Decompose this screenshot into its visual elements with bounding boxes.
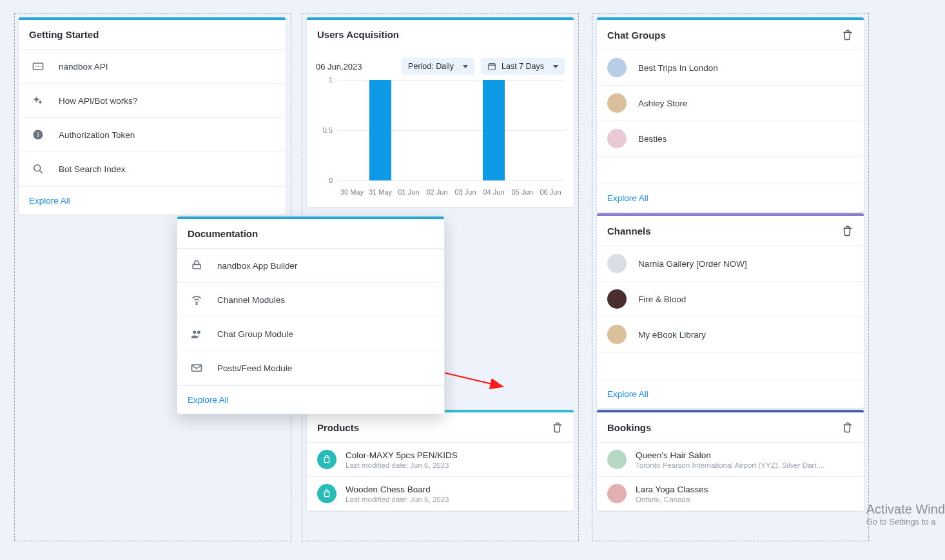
- documentation-explore-all[interactable]: Explore All: [177, 385, 444, 414]
- card-header-products: Products: [307, 410, 574, 443]
- booking-item[interactable]: Lara Yoga Classes Ontario, Canada: [597, 477, 864, 511]
- list-label: My eBook Library: [638, 330, 706, 340]
- svg-point-8: [196, 304, 197, 305]
- card-title: Getting Started: [29, 29, 99, 40]
- card-accent: [597, 410, 864, 412]
- channel-item[interactable]: Fire & Blood: [597, 282, 864, 317]
- card-getting-started: Getting Started nandbox API How API/Bot …: [18, 17, 286, 215]
- search-icon: [29, 160, 47, 178]
- card-title: Chat Groups: [607, 30, 666, 41]
- wifi-icon: [188, 291, 206, 309]
- chat-group-item[interactable]: Besties: [597, 121, 864, 157]
- calendar-icon: [487, 62, 496, 71]
- card-header-channels: Channels: [597, 213, 864, 246]
- card-bookings: Bookings Queen's Hair Salon Toronto Pear…: [596, 409, 864, 512]
- list-label: Narnia Gallery [Order NOW]: [638, 259, 747, 269]
- bar-chart: 1 0.5 0 30 May31 May01 Jun02 Jun03 Jun04…: [316, 80, 565, 196]
- booking-title: Queen's Hair Salon: [636, 450, 824, 460]
- trash-icon[interactable]: [842, 225, 853, 237]
- card-title: Users Acquisition: [317, 29, 399, 40]
- doc-item-chat-group[interactable]: Chat Group Module: [177, 317, 444, 351]
- windows-activation-watermark: Activate Wind Go to Settings to a: [866, 502, 945, 526]
- getting-started-item-how[interactable]: How API/Bot works?: [19, 84, 286, 118]
- list-label: Posts/Feed Module: [217, 363, 292, 373]
- list-label: Authorization Token: [59, 130, 135, 140]
- getting-started-item-api[interactable]: nandbox API: [19, 50, 286, 84]
- card-header-chat-groups: Chat Groups: [597, 17, 864, 50]
- channel-item[interactable]: Narnia Gallery [Order NOW]: [597, 246, 864, 282]
- people-icon: [188, 325, 206, 343]
- svg-point-9: [193, 331, 196, 334]
- trash-icon[interactable]: [842, 29, 853, 41]
- y-tick: 0.5: [323, 126, 333, 134]
- chart-date-label: 06 Jun,2023: [316, 62, 362, 72]
- y-axis: 1 0.5 0: [316, 80, 335, 180]
- list-label: Besties: [638, 134, 667, 144]
- product-subtitle: Last modified date: Jun 6, 2023: [346, 461, 458, 469]
- x-tick: 04 Jun: [480, 188, 508, 196]
- card-accent: [597, 17, 864, 20]
- getting-started-item-search[interactable]: Bot Search Index: [19, 152, 286, 186]
- trash-icon[interactable]: [552, 421, 563, 433]
- doc-item-channel[interactable]: Channel Modules: [177, 283, 444, 317]
- card-title: Documentation: [188, 228, 258, 239]
- card-header-users: Users Acquisition: [307, 17, 574, 49]
- avatar: [607, 289, 627, 309]
- avatar: [607, 325, 627, 344]
- product-item[interactable]: Color-MAXY 5pcs PEN/KIDS Last modified d…: [307, 443, 574, 477]
- y-tick: 1: [329, 76, 333, 84]
- getting-started-item-auth[interactable]: i Authorization Token: [19, 118, 286, 152]
- card-header-documentation: Documentation: [177, 217, 444, 249]
- watermark-line1: Activate Wind: [866, 502, 945, 517]
- avatar: [607, 129, 627, 148]
- bag-icon: [317, 484, 336, 503]
- card-products: Products Color-MAXY 5pcs PEN/KIDS Last m…: [306, 409, 574, 512]
- card-header-bookings: Bookings: [597, 410, 864, 443]
- card-title: Bookings: [607, 422, 651, 433]
- x-tick: 06 Jun: [536, 188, 565, 196]
- booking-item[interactable]: Queen's Hair Salon Toronto Pearson Inter…: [597, 443, 864, 477]
- chat-group-item[interactable]: Ashley Store: [597, 86, 864, 121]
- card-accent: [597, 213, 864, 216]
- svg-point-5: [34, 165, 41, 171]
- gears-icon: [29, 92, 47, 110]
- list-label: Fire & Blood: [638, 294, 686, 304]
- bar-slot: [366, 80, 395, 180]
- chat-groups-explore-all[interactable]: Explore All: [597, 184, 864, 212]
- info-icon: i: [29, 126, 47, 144]
- list-label: Ashley Store: [638, 99, 688, 108]
- x-tick: 02 Jun: [423, 188, 451, 196]
- bar: [369, 80, 391, 180]
- doc-item-posts[interactable]: Posts/Feed Module: [177, 351, 444, 385]
- product-item[interactable]: Wooden Chess Board Last modified date: J…: [307, 477, 574, 511]
- bar: [483, 80, 505, 180]
- chat-group-item[interactable]: Best Trips In London: [597, 50, 864, 86]
- card-channels: Channels Narnia Gallery [Order NOW] Fire…: [596, 213, 864, 409]
- trash-icon[interactable]: [842, 421, 853, 433]
- svg-rect-6: [489, 64, 496, 70]
- list-label: nandbox App Builder: [217, 261, 298, 271]
- product-subtitle: Last modified date: Jun 6, 2023: [346, 496, 449, 503]
- list-label: nandbox API: [59, 62, 108, 72]
- channels-explore-all[interactable]: Explore All: [597, 380, 864, 408]
- list-label: Chat Group Module: [217, 329, 293, 339]
- svg-rect-7: [193, 264, 200, 269]
- watermark-line2: Go to Settings to a: [866, 517, 945, 526]
- period-select-label: Period: Daily: [408, 62, 454, 71]
- range-select-label: Last 7 Days: [502, 62, 544, 71]
- avatar: [607, 254, 627, 273]
- x-tick: 01 Jun: [395, 188, 423, 196]
- card-users-acquisition: Users Acquisition 06 Jun,2023 Period: Da…: [306, 17, 574, 208]
- builder-icon: [188, 256, 206, 275]
- getting-started-explore-all[interactable]: Explore All: [19, 186, 286, 215]
- card-documentation[interactable]: Documentation nandbox App Builder Channe…: [177, 216, 445, 414]
- list-label: Bot Search Index: [59, 164, 126, 174]
- card-chat-groups: Chat Groups Best Trips In London Ashley …: [596, 17, 864, 213]
- list-label: Channel Modules: [217, 295, 285, 305]
- bar-slot: [395, 80, 423, 180]
- channel-item[interactable]: My eBook Library: [597, 317, 864, 352]
- x-tick: 03 Jun: [451, 188, 480, 196]
- range-select[interactable]: Last 7 Days: [481, 58, 565, 75]
- period-select[interactable]: Period: Daily: [402, 58, 474, 75]
- doc-item-builder[interactable]: nandbox App Builder: [177, 249, 444, 283]
